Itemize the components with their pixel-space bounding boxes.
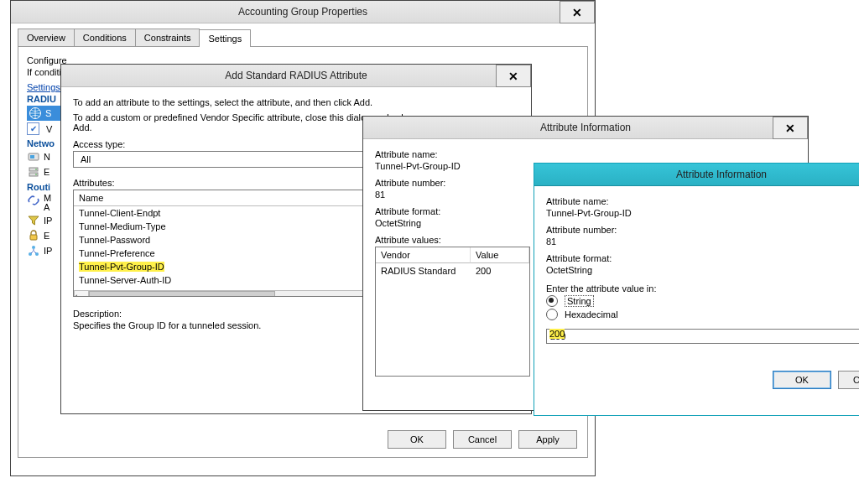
sidebar-item-label: V bbox=[46, 124, 52, 134]
tabstrip: Overview Conditions Constraints Settings bbox=[18, 29, 588, 47]
cancel-button[interactable]: Cancel bbox=[453, 430, 512, 449]
checkbox-icon: ✔ bbox=[27, 122, 39, 135]
sidebar-item-label: S bbox=[45, 108, 51, 118]
sidebar-item-label: IP bbox=[44, 216, 52, 226]
titlebar: Accounting Group Properties ✕ bbox=[11, 1, 595, 23]
close-button[interactable]: ✕ bbox=[496, 65, 531, 87]
attr-name-value: Tunnel-Pvt-Group-ID bbox=[546, 208, 859, 218]
attr-name-label: Attribute name: bbox=[375, 149, 796, 159]
cancel-button[interactable]: Cancel bbox=[838, 371, 859, 389]
sidebar-item-label: E bbox=[44, 167, 49, 177]
sidebar-item-label: M A bbox=[44, 194, 51, 212]
sidebar-item-label: E bbox=[44, 231, 49, 241]
apply-button[interactable]: Apply bbox=[518, 430, 577, 449]
radio-icon bbox=[546, 309, 558, 320]
attr-name-label: Attribute name: bbox=[546, 196, 859, 206]
enter-value-label: Enter the attribute value in: bbox=[546, 283, 859, 294]
titlebar: Add Standard RADIUS Attribute ✕ bbox=[61, 65, 531, 87]
intro-text-1: To add an attribute to the settings, sel… bbox=[73, 97, 519, 107]
window-attribute-information-2: Attribute Information ✕ Attribute name: … bbox=[534, 163, 859, 416]
column-header-vendor[interactable]: Vendor bbox=[376, 247, 471, 263]
link-icon bbox=[27, 194, 40, 207]
window-title: Add Standard RADIUS Attribute bbox=[225, 70, 367, 81]
titlebar: Attribute Information ✕ bbox=[363, 117, 808, 139]
attribute-value-input[interactable] bbox=[546, 329, 859, 344]
radio-label: String bbox=[565, 295, 594, 307]
radio-icon bbox=[546, 295, 558, 307]
dialog-body: Attribute name: Tunnel-Pvt-Group-ID Attr… bbox=[534, 186, 859, 397]
ok-button[interactable]: OK bbox=[773, 371, 831, 389]
attr-format-value: OctetString bbox=[546, 265, 859, 275]
sidebar-item-label: IP bbox=[44, 246, 52, 256]
window-title: Accounting Group Properties bbox=[238, 6, 367, 18]
close-button[interactable]: ✕ bbox=[560, 1, 595, 23]
titlebar: Attribute Information ✕ bbox=[534, 164, 859, 186]
highlighted-text: Tunnel-Pvt-Group-ID bbox=[79, 262, 164, 272]
svg-rect-7 bbox=[30, 235, 37, 240]
tab-conditions[interactable]: Conditions bbox=[74, 29, 136, 46]
tab-settings[interactable]: Settings bbox=[199, 29, 251, 47]
svg-point-6 bbox=[35, 174, 37, 175]
radio-hexadecimal[interactable]: Hexadecimal bbox=[546, 309, 859, 320]
table-row[interactable]: RADIUS Standard 200 bbox=[376, 263, 529, 278]
nic-icon bbox=[27, 150, 40, 164]
server-icon bbox=[27, 165, 40, 179]
sidebar-item-label: N bbox=[44, 152, 50, 162]
close-button[interactable]: ✕ bbox=[773, 117, 808, 139]
tab-constraints[interactable]: Constraints bbox=[135, 29, 200, 46]
svg-point-5 bbox=[35, 169, 37, 170]
attr-number-value: 81 bbox=[546, 236, 859, 247]
window-title: Attribute Information bbox=[540, 122, 631, 133]
network-icon bbox=[27, 244, 40, 257]
scroll-left-button[interactable]: ‹ bbox=[74, 290, 89, 297]
radio-string[interactable]: String bbox=[546, 295, 859, 307]
window-title: Attribute Information bbox=[676, 169, 767, 180]
globe-icon bbox=[29, 107, 42, 120]
tab-overview[interactable]: Overview bbox=[18, 29, 75, 46]
attribute-values-table[interactable]: Vendor Value RADIUS Standard 200 bbox=[375, 247, 530, 377]
radio-label: Hexadecimal bbox=[565, 309, 618, 320]
scroll-thumb[interactable] bbox=[89, 291, 275, 297]
svg-rect-2 bbox=[30, 155, 34, 158]
cell-value: 200 bbox=[471, 263, 529, 278]
attr-number-label: Attribute number: bbox=[546, 225, 859, 235]
svg-point-8 bbox=[32, 246, 35, 249]
column-header-value[interactable]: Value bbox=[471, 247, 529, 263]
lock-icon bbox=[27, 229, 40, 242]
ok-button[interactable]: OK bbox=[388, 430, 446, 449]
attr-format-label: Attribute format: bbox=[546, 253, 859, 263]
cell-vendor: RADIUS Standard bbox=[376, 263, 471, 278]
access-type-select[interactable]: All bbox=[73, 151, 387, 168]
filter-icon bbox=[27, 214, 40, 227]
